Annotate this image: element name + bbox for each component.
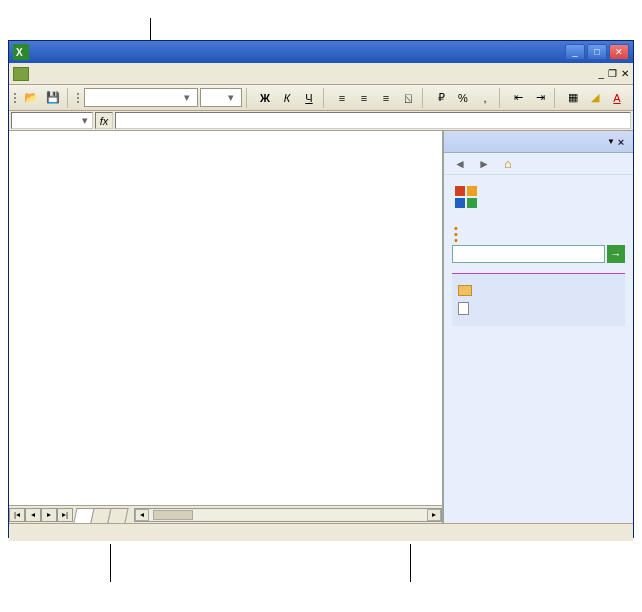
chevron-down-icon: ▾ (82, 114, 88, 127)
align-right-icon[interactable]: ≡ (376, 88, 396, 108)
callout-line (110, 544, 111, 582)
excel-icon: X (13, 44, 29, 60)
folder-icon (458, 285, 472, 296)
close-button[interactable]: ✕ (609, 44, 629, 60)
chevron-down-icon[interactable]: ▼ (607, 137, 615, 146)
svg-text:X: X (16, 47, 23, 58)
svg-rect-3 (467, 186, 477, 196)
fill-color-icon[interactable]: ◢ (585, 88, 605, 108)
bold-button[interactable]: Ж (255, 88, 275, 108)
menu-help[interactable] (165, 72, 181, 76)
menu-data[interactable] (133, 72, 149, 76)
tab-last-icon[interactable]: ▸| (57, 508, 73, 522)
home-icon[interactable]: ⌂ (498, 156, 518, 172)
mdi-restore[interactable]: ❐ (608, 68, 617, 79)
scroll-left-icon[interactable]: ◂ (135, 509, 149, 521)
menu-format[interactable] (101, 72, 117, 76)
mdi-close[interactable]: ✕ (621, 68, 629, 79)
svg-rect-5 (467, 198, 477, 208)
tab-prev-icon[interactable]: ◂ (25, 508, 41, 522)
fx-button[interactable]: fx (95, 112, 113, 129)
font-size-picker[interactable]: ▾ (200, 88, 242, 107)
increase-indent-icon[interactable]: ⇥ (530, 88, 550, 108)
currency-icon[interactable]: ₽ (431, 88, 451, 108)
document-icon (458, 302, 469, 315)
menu-insert[interactable] (85, 72, 101, 76)
formula-bar[interactable] (115, 112, 631, 129)
comma-icon[interactable]: , (475, 88, 495, 108)
menubar: _ ❐ ✕ (9, 63, 633, 85)
workbook-icon[interactable] (13, 67, 29, 81)
excel-window: X _ □ ✕ _ ❐ ✕ (8, 40, 634, 538)
office-online-link[interactable] (452, 231, 625, 237)
tab-first-icon[interactable]: |◂ (9, 508, 25, 522)
create-workbook-link[interactable] (458, 299, 619, 318)
forward-icon[interactable]: ► (474, 156, 494, 172)
chevron-down-icon: ▾ (180, 91, 194, 104)
font-picker[interactable]: ▾ (84, 88, 198, 107)
sheet-tab[interactable] (107, 508, 128, 523)
search-input[interactable] (452, 245, 605, 263)
open-icon[interactable]: 📂 (21, 88, 41, 108)
office-online-logo (454, 185, 625, 209)
scroll-right-icon[interactable]: ▸ (427, 509, 441, 521)
search-go-button[interactable]: → (607, 245, 625, 263)
open-link[interactable] (458, 282, 619, 299)
font-color-icon[interactable]: A (607, 88, 627, 108)
menu-edit[interactable] (53, 72, 69, 76)
office-icon (454, 185, 480, 209)
italic-button[interactable]: К (277, 88, 297, 108)
svg-rect-2 (455, 186, 465, 196)
tab-next-icon[interactable]: ▸ (41, 508, 57, 522)
toolbar-grip[interactable] (76, 93, 82, 103)
titlebar[interactable]: X _ □ ✕ (9, 41, 633, 63)
borders-icon[interactable]: ▦ (563, 88, 583, 108)
toolbar-standard: 📂 💾 ▾ ▾ Ж К Ч ≡ ≡ ≡ ⍂ ₽ % , (9, 85, 633, 111)
save-icon[interactable]: 💾 (43, 88, 63, 108)
mdi-minimize[interactable]: _ (598, 68, 604, 79)
formula-bar-row: ▾ fx (9, 111, 633, 131)
align-left-icon[interactable]: ≡ (332, 88, 352, 108)
menu-file[interactable] (37, 72, 53, 76)
underline-button[interactable]: Ч (299, 88, 319, 108)
menu-view[interactable] (69, 72, 85, 76)
chevron-down-icon: ▾ (224, 91, 238, 104)
svg-rect-4 (455, 198, 465, 208)
close-icon[interactable]: × (615, 136, 627, 148)
back-icon[interactable]: ◄ (450, 156, 470, 172)
menu-tools[interactable] (117, 72, 133, 76)
align-center-icon[interactable]: ≡ (354, 88, 374, 108)
worksheet-grid[interactable] (9, 131, 442, 505)
minimize-button[interactable]: _ (565, 44, 585, 60)
maximize-button[interactable]: □ (587, 44, 607, 60)
status-bar (9, 523, 633, 541)
toolbar-grip[interactable] (13, 93, 19, 103)
horizontal-scrollbar[interactable]: ◂ ▸ (134, 508, 442, 522)
percent-icon[interactable]: % (453, 88, 473, 108)
callout-line (410, 544, 411, 582)
menu-window[interactable] (149, 72, 165, 76)
name-box[interactable]: ▾ (11, 112, 93, 129)
merge-center-icon[interactable]: ⍂ (398, 88, 418, 108)
task-pane: ▼ × ◄ ► ⌂ (443, 131, 633, 523)
decrease-indent-icon[interactable]: ⇤ (508, 88, 528, 108)
